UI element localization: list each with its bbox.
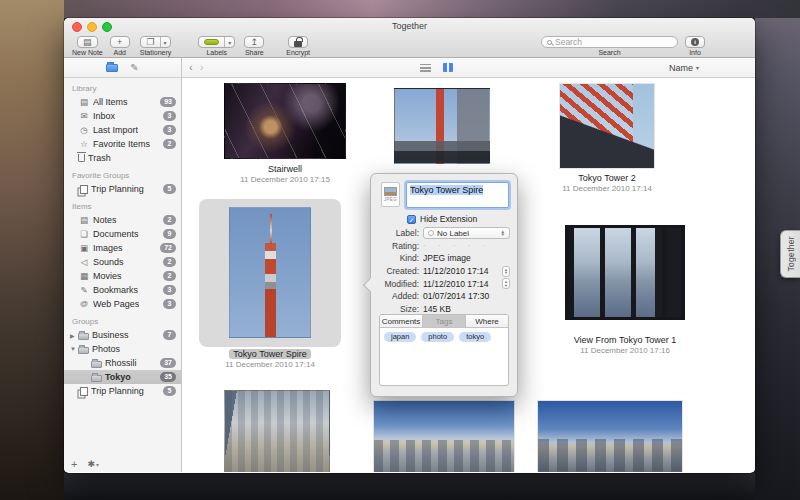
folders-mode-icon[interactable] [106, 64, 118, 72]
sidebar-item-movies[interactable]: Movies2 [64, 269, 181, 283]
minimize-window-button[interactable] [87, 22, 97, 32]
photo-title[interactable]: View From Tokyo Tower 1 [545, 335, 705, 346]
edit-mode-icon[interactable]: ✎ [130, 63, 138, 73]
add-button[interactable]: + [110, 36, 130, 48]
photo-thumbnail-cityb[interactable] [373, 400, 515, 472]
sidebar-item-label: Business [92, 330, 129, 340]
sort-by-dropdown[interactable]: Name ▾ [669, 63, 699, 73]
drawer-tab-together[interactable]: Together [780, 230, 800, 278]
hide-extension-checkbox[interactable] [407, 215, 416, 224]
photo-title[interactable]: Tokyo Tower 2 [527, 173, 687, 184]
modified-value: 11/12/2010 17:14 [423, 279, 489, 289]
app-window: Together ▤ New Note + Add ❐ ▾ Stationery [64, 18, 755, 473]
sidebar-item-tokyo[interactable]: Tokyo35 [64, 370, 181, 384]
rating-stars[interactable]: · · · · · [423, 241, 490, 250]
sidebar-item-last-import[interactable]: Last Import3 [64, 123, 181, 137]
sidebar-item-trash[interactable]: Trash [64, 151, 181, 165]
stationery-button[interactable]: ❐ ▾ [140, 36, 170, 48]
sidebar-item-images[interactable]: Images72 [64, 241, 181, 255]
add-group-button[interactable] [71, 458, 77, 470]
tags-area: japanphototokyo [380, 328, 508, 346]
photo-grid: Stairwell11 December 2010 17:15Tokyo Tow… [182, 78, 755, 472]
grid-view-icon[interactable] [443, 63, 453, 72]
photo-date: 11 December 2010 17:14 [190, 360, 350, 370]
sidebar-item-label: Notes [93, 215, 117, 225]
forward-button[interactable]: › [200, 62, 204, 73]
action-menu-button[interactable] [87, 459, 99, 469]
search-label: Search [598, 49, 620, 56]
photo-thumbnail-towerday[interactable] [394, 88, 490, 164]
tag-photo[interactable]: photo [421, 332, 454, 342]
count-badge: 7 [163, 330, 176, 340]
tab-tags[interactable]: Tags [423, 315, 466, 327]
titlebar[interactable]: Together [64, 18, 755, 35]
add-label: Add [114, 49, 126, 56]
sidebar-item-documents[interactable]: Documents9 [64, 227, 181, 241]
folder-icon [78, 333, 89, 340]
encrypt-button[interactable] [288, 36, 308, 48]
label-select-value: No Label [437, 229, 469, 238]
sidebar-item-label: Images [93, 243, 123, 253]
gear-icon [87, 459, 95, 469]
modified-row-label: Modified: [379, 279, 419, 289]
labels-button[interactable]: ▾ [198, 36, 235, 48]
sidebar-item-sounds[interactable]: Sounds2 [64, 255, 181, 269]
disclosure-triangle[interactable]: ▶ [70, 332, 78, 339]
stack-icon [80, 387, 88, 396]
inbox-icon [78, 111, 90, 121]
tab-comments[interactable]: Comments [380, 315, 423, 327]
note-icon: ▤ [83, 37, 92, 47]
sidebar-item-label: Documents [93, 229, 139, 239]
jpeg-file-icon: JPEG [381, 182, 400, 207]
photo-thumbnail-citya[interactable] [224, 390, 330, 472]
photo-thumbnail-view-from-tokyo-tower-1[interactable] [565, 225, 685, 320]
sidebar-item-label: Tokyo [105, 372, 131, 382]
sidebar-item-label: Trip Planning [91, 184, 144, 194]
rating-row-label: Rating: [379, 241, 419, 251]
sidebar-item-rhossili[interactable]: Rhossili37 [64, 356, 181, 370]
green-label-swatch-icon [204, 39, 219, 45]
photo-title[interactable]: Stairwell [205, 164, 365, 175]
modified-stepper[interactable] [502, 278, 510, 289]
photo-title[interactable]: Tokyo Tower Spire [190, 349, 350, 360]
sidebar-item-label: Web Pages [93, 299, 139, 309]
photo-caption: View From Tokyo Tower 111 December 2010 … [545, 335, 705, 356]
tag-tokyo[interactable]: tokyo [459, 332, 491, 342]
sidebar-item-trip-planning[interactable]: Trip Planning5 [64, 182, 181, 196]
chevron-down-icon: ▾ [228, 39, 231, 46]
sidebar-item-notes[interactable]: Notes2 [64, 213, 181, 227]
search-input[interactable] [541, 36, 678, 48]
disclosure-triangle[interactable]: ▼ [70, 346, 78, 352]
sidebar-item-all-items[interactable]: All Items93 [64, 95, 181, 109]
sidebar-item-photos[interactable]: ▼Photos [64, 342, 181, 356]
sidebar-item-web-pages[interactable]: Web Pages3 [64, 297, 181, 311]
tab-where[interactable]: Where [466, 315, 508, 327]
back-button[interactable]: ‹ [189, 62, 193, 73]
sidebar-item-trip-planning[interactable]: Trip Planning5 [64, 384, 181, 398]
sidebar-item-label: Last Import [93, 125, 138, 135]
photo-thumbnail-cityc[interactable] [537, 400, 683, 472]
snd-icon [78, 257, 90, 267]
sidebar-mode-switcher: ✎ [64, 58, 182, 77]
created-stepper[interactable] [502, 266, 510, 277]
close-window-button[interactable] [72, 22, 82, 32]
new-note-group: ▤ New Note [72, 36, 103, 56]
label-select[interactable]: No Label [423, 227, 510, 239]
plus-icon: + [117, 37, 122, 47]
info-button[interactable]: i [685, 36, 705, 48]
item-name-field[interactable]: Tokyo Tower Spire [406, 182, 509, 208]
sidebar-item-bookmarks[interactable]: Bookmarks3 [64, 283, 181, 297]
list-view-icon[interactable] [420, 64, 431, 72]
zoom-window-button[interactable] [102, 22, 112, 32]
sidebar-item-inbox[interactable]: Inbox3 [64, 109, 181, 123]
info-icon: i [691, 38, 699, 46]
new-note-button[interactable]: ▤ [77, 36, 98, 48]
sidebar-item-favorite-items[interactable]: Favorite Items2 [64, 137, 181, 151]
share-button[interactable]: ↥ [244, 36, 264, 48]
photo-thumbnail-tokyo-tower-2[interactable] [559, 83, 655, 169]
sidebar-item-business[interactable]: ▶Business7 [64, 328, 181, 342]
photo-thumbnail-stairwell[interactable] [224, 83, 346, 159]
search-input-field[interactable] [555, 37, 672, 47]
photo-thumbnail-tokyo-tower-spire[interactable] [229, 207, 311, 338]
tag-japan[interactable]: japan [384, 332, 416, 342]
